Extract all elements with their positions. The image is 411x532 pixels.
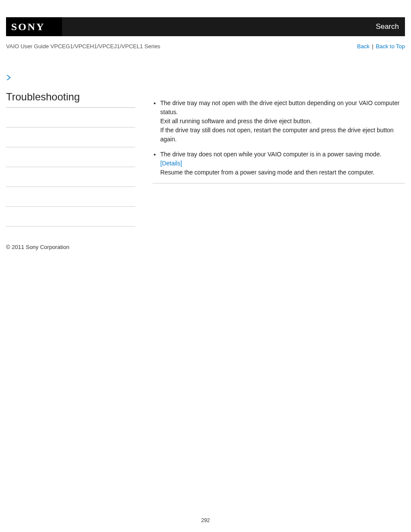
sidebar-item[interactable] — [6, 207, 135, 227]
body-text: Resume the computer from a power saving … — [160, 169, 374, 176]
copyright-text: © 2011 Sony Corporation — [6, 244, 405, 250]
page-title: Troubleshooting — [6, 91, 135, 108]
body-text: The drive tray does not open while your … — [160, 151, 381, 158]
body-text: The drive tray may not open with the dri… — [160, 100, 399, 115]
sidebar-item[interactable] — [6, 108, 135, 128]
search-link[interactable]: Search — [376, 22, 399, 31]
body-text: Exit all running software and press the … — [160, 118, 312, 124]
header-bar: SONY Search — [6, 17, 405, 36]
guide-title: VAIO User Guide VPCEG1/VPCEH1/VPCEJ1/VPC… — [6, 43, 160, 50]
sub-header: VAIO User Guide VPCEG1/VPCEH1/VPCEJ1/VPC… — [6, 36, 405, 53]
sony-logo: SONY — [11, 21, 45, 33]
sidebar-item[interactable] — [6, 167, 135, 187]
sidebar-item[interactable] — [6, 128, 135, 147]
logo-area: SONY — [6, 17, 62, 36]
divider — [153, 183, 405, 184]
list-item: The drive tray may not open with the dri… — [160, 99, 405, 144]
nav-links: Back | Back to Top — [357, 43, 405, 50]
sidebar-item[interactable] — [6, 147, 135, 167]
back-to-top-link[interactable]: Back to Top — [376, 43, 405, 50]
list-item: The drive tray does not open while your … — [160, 150, 405, 177]
back-link[interactable]: Back — [357, 43, 370, 50]
sidebar: Troubleshooting — [6, 91, 135, 227]
page-number: 292 — [6, 517, 405, 532]
chevron-right-icon — [6, 75, 405, 81]
main-content: The drive tray may not open with the dri… — [153, 91, 405, 184]
separator: | — [372, 43, 373, 50]
details-link[interactable]: [Details] — [160, 160, 182, 167]
body-text: If the drive tray still does not open, r… — [160, 127, 394, 143]
sidebar-item[interactable] — [6, 187, 135, 207]
